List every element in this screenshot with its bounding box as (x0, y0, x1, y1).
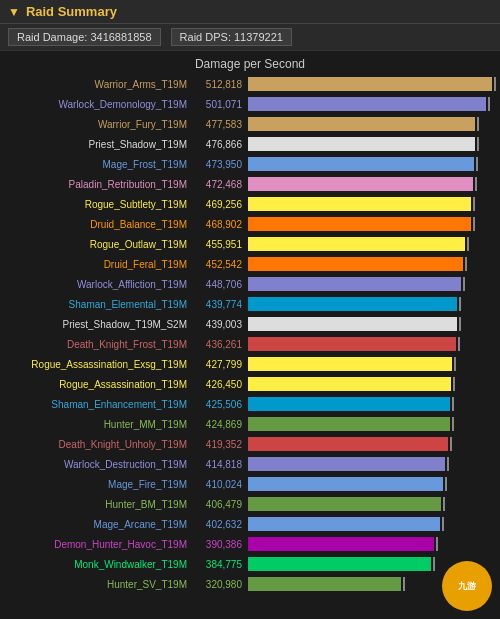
row-value: 452,542 (193, 259, 248, 270)
row-value: 439,774 (193, 299, 248, 310)
table-row: Hunter_BM_T19M406,479 (8, 495, 492, 513)
row-label: Rogue_Assassination_Exsg_T19M (8, 359, 193, 370)
bar-track (248, 137, 492, 151)
row-value: 501,071 (193, 99, 248, 110)
row-label: Warrior_Fury_T19M (8, 119, 193, 130)
row-label: Hunter_MM_T19M (8, 419, 193, 430)
bar-tick (403, 577, 405, 591)
bar-tick (452, 397, 454, 411)
chart-title: Damage per Second (0, 51, 500, 75)
row-label: Priest_Shadow_T19M_S2M (8, 319, 193, 330)
watermark-logo: 九游 (442, 561, 492, 611)
row-value: 414,818 (193, 459, 248, 470)
table-row: Warrior_Fury_T19M477,583 (8, 115, 492, 133)
table-row: Monk_Windwalker_T19M384,775 (8, 555, 492, 573)
bar-tick (473, 197, 475, 211)
row-label: Shaman_Enhancement_T19M (8, 399, 193, 410)
row-value: 419,352 (193, 439, 248, 450)
table-row: Warlock_Demonology_T19M501,071 (8, 95, 492, 113)
table-row: Priest_Shadow_T19M_S2M439,003 (8, 315, 492, 333)
row-value: 469,256 (193, 199, 248, 210)
bar-fill (248, 557, 431, 571)
row-value: 426,450 (193, 379, 248, 390)
bar-tick (443, 497, 445, 511)
bar-track (248, 117, 492, 131)
table-row: Rogue_Outlaw_T19M455,951 (8, 235, 492, 253)
bar-fill (248, 497, 441, 511)
bar-track (248, 197, 492, 211)
table-row: Rogue_Assassination_Exsg_T19M427,799 (8, 355, 492, 373)
bar-track (248, 457, 492, 471)
bar-fill (248, 97, 486, 111)
bar-tick (476, 157, 478, 171)
row-value: 320,980 (193, 579, 248, 590)
bar-fill (248, 357, 452, 371)
bar-tick (445, 477, 447, 491)
bar-tick (475, 177, 477, 191)
bar-fill (248, 217, 471, 231)
row-label: Shaman_Elemental_T19M (8, 299, 193, 310)
bar-track (248, 397, 492, 411)
bar-track (248, 297, 492, 311)
row-value: 384,775 (193, 559, 248, 570)
bar-tick (494, 77, 496, 91)
table-row: Warrior_Arms_T19M512,818 (8, 75, 492, 93)
row-value: 476,866 (193, 139, 248, 150)
row-label: Demon_Hunter_Havoc_T19M (8, 539, 193, 550)
row-label: Hunter_BM_T19M (8, 499, 193, 510)
bar-tick (473, 217, 475, 231)
row-value: 512,818 (193, 79, 248, 90)
table-row: Mage_Frost_T19M473,950 (8, 155, 492, 173)
row-value: 436,261 (193, 339, 248, 350)
bar-track (248, 497, 492, 511)
bar-fill (248, 317, 457, 331)
stats-bar: Raid Damage: 3416881858 Raid DPS: 113792… (0, 24, 500, 51)
bar-track (248, 217, 492, 231)
bar-track (248, 337, 492, 351)
bar-fill (248, 337, 456, 351)
table-row: Shaman_Elemental_T19M439,774 (8, 295, 492, 313)
bar-tick (459, 297, 461, 311)
bar-tick (465, 257, 467, 271)
bar-tick (447, 457, 449, 471)
bar-track (248, 517, 492, 531)
bar-fill (248, 77, 492, 91)
bar-fill (248, 457, 445, 471)
bar-track (248, 237, 492, 251)
raid-damage-stat: Raid Damage: 3416881858 (8, 28, 161, 46)
bar-track (248, 177, 492, 191)
damage-value: 3416881858 (90, 31, 151, 43)
table-row: Druid_Balance_T19M468,902 (8, 215, 492, 233)
dps-label: Raid DPS: (180, 31, 231, 43)
bar-track (248, 317, 492, 331)
row-label: Death_Knight_Unholy_T19M (8, 439, 193, 450)
chart-container: Warrior_Arms_T19M512,818Warlock_Demonolo… (0, 75, 500, 603)
bar-fill (248, 417, 450, 431)
table-row: Demon_Hunter_Havoc_T19M390,386 (8, 535, 492, 553)
row-value: 406,479 (193, 499, 248, 510)
collapse-arrow[interactable]: ▼ (8, 5, 20, 19)
table-row: Death_Knight_Frost_T19M436,261 (8, 335, 492, 353)
bar-track (248, 157, 492, 171)
bar-tick (454, 357, 456, 371)
row-value: 468,902 (193, 219, 248, 230)
bar-track (248, 417, 492, 431)
row-label: Warlock_Demonology_T19M (8, 99, 193, 110)
bar-track (248, 77, 496, 91)
row-value: 477,583 (193, 119, 248, 130)
table-row: Paladin_Retribution_T19M472,468 (8, 175, 492, 193)
table-row: Death_Knight_Unholy_T19M419,352 (8, 435, 492, 453)
bar-fill (248, 577, 401, 591)
bar-fill (248, 477, 443, 491)
table-row: Rogue_Assassination_T19M426,450 (8, 375, 492, 393)
bar-track (248, 537, 492, 551)
bar-fill (248, 277, 461, 291)
row-label: Rogue_Outlaw_T19M (8, 239, 193, 250)
row-label: Mage_Arcane_T19M (8, 519, 193, 530)
bar-track (248, 477, 492, 491)
bar-track (248, 257, 492, 271)
header: ▼ Raid Summary (0, 0, 500, 24)
row-label: Mage_Frost_T19M (8, 159, 193, 170)
row-label: Warrior_Arms_T19M (8, 79, 193, 90)
row-value: 410,024 (193, 479, 248, 490)
